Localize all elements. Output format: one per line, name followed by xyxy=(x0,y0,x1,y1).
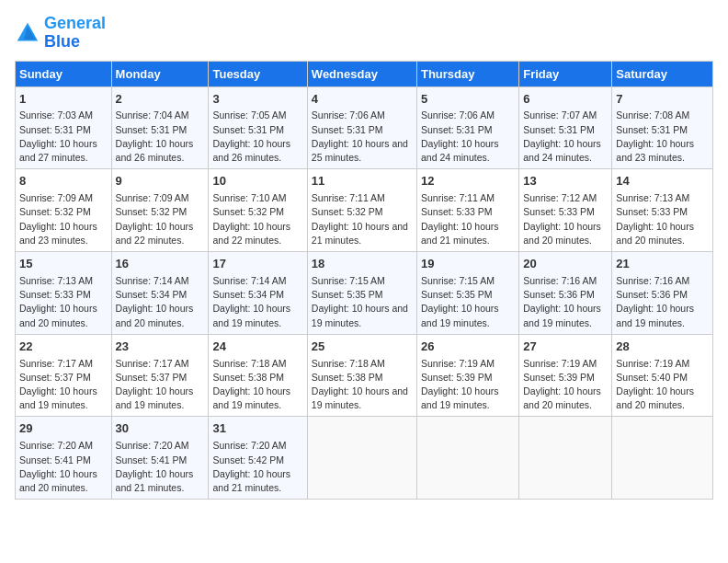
day-number: 30 xyxy=(116,420,205,438)
calendar-cell: 12Sunrise: 7:11 AMSunset: 5:33 PMDayligh… xyxy=(416,169,518,252)
calendar-cell: 14Sunrise: 7:13 AMSunset: 5:33 PMDayligh… xyxy=(612,169,713,252)
sunrise: Sunrise: 7:19 AM xyxy=(421,358,495,369)
calendar-cell xyxy=(307,417,416,500)
sunset: Sunset: 5:35 PM xyxy=(312,289,383,300)
daylight: Daylight: 10 hours and 19 minutes. xyxy=(116,385,194,410)
calendar-cell xyxy=(519,417,612,500)
sunset: Sunset: 5:31 PM xyxy=(312,124,383,135)
sunrise: Sunrise: 7:19 AM xyxy=(523,358,597,369)
sunrise: Sunrise: 7:06 AM xyxy=(312,109,385,121)
calendar-cell: 24Sunrise: 7:18 AMSunset: 5:38 PMDayligh… xyxy=(209,334,307,417)
daylight: Daylight: 10 hours and 22 minutes. xyxy=(212,221,290,246)
sunrise: Sunrise: 7:17 AM xyxy=(19,358,93,369)
sunrise: Sunrise: 7:14 AM xyxy=(116,275,189,286)
sunset: Sunset: 5:42 PM xyxy=(212,454,284,465)
sunrise: Sunrise: 7:05 AM xyxy=(212,109,286,121)
sunrise: Sunrise: 7:07 AM xyxy=(523,109,597,121)
week-row-1: 1Sunrise: 7:03 AMSunset: 5:31 PMDaylight… xyxy=(16,86,713,169)
calendar-cell: 21Sunrise: 7:16 AMSunset: 5:36 PMDayligh… xyxy=(612,252,713,335)
sunrise: Sunrise: 7:12 AM xyxy=(523,192,597,203)
sunset: Sunset: 5:34 PM xyxy=(116,289,188,300)
daylight: Daylight: 10 hours and 19 minutes. xyxy=(312,385,408,410)
day-number: 21 xyxy=(616,256,709,273)
daylight: Daylight: 10 hours and 20 minutes. xyxy=(116,303,194,327)
daylight: Daylight: 10 hours and 26 minutes. xyxy=(116,138,194,163)
sunset: Sunset: 5:31 PM xyxy=(523,124,595,135)
calendar-cell: 1Sunrise: 7:03 AMSunset: 5:31 PMDaylight… xyxy=(16,86,112,169)
column-header-saturday: Saturday xyxy=(612,61,713,86)
daylight: Daylight: 10 hours and 20 minutes. xyxy=(523,385,601,410)
sunrise: Sunrise: 7:14 AM xyxy=(212,275,286,286)
week-row-3: 15Sunrise: 7:13 AMSunset: 5:33 PMDayligh… xyxy=(16,252,713,335)
sunset: Sunset: 5:32 PM xyxy=(312,206,383,217)
calendar-cell: 9Sunrise: 7:09 AMSunset: 5:32 PMDaylight… xyxy=(111,169,209,252)
day-number: 16 xyxy=(116,256,205,273)
day-number: 7 xyxy=(616,91,709,109)
sunset: Sunset: 5:33 PM xyxy=(523,206,595,217)
sunrise: Sunrise: 7:11 AM xyxy=(312,192,385,203)
daylight: Daylight: 10 hours and 23 minutes. xyxy=(19,221,97,246)
daylight: Daylight: 10 hours and 27 minutes. xyxy=(19,138,97,163)
daylight: Daylight: 10 hours and 22 minutes. xyxy=(116,221,194,246)
calendar-cell: 7Sunrise: 7:08 AMSunset: 5:31 PMDaylight… xyxy=(612,86,713,169)
day-number: 27 xyxy=(523,339,608,356)
day-number: 18 xyxy=(312,256,413,273)
daylight: Daylight: 10 hours and 26 minutes. xyxy=(212,138,290,163)
sunrise: Sunrise: 7:06 AM xyxy=(421,109,495,121)
sunset: Sunset: 5:38 PM xyxy=(312,372,383,383)
column-header-wednesday: Wednesday xyxy=(307,61,416,86)
sunrise: Sunrise: 7:13 AM xyxy=(19,275,93,286)
page-header: General Blue xyxy=(15,15,713,52)
sunset: Sunset: 5:36 PM xyxy=(523,289,595,300)
sunset: Sunset: 5:34 PM xyxy=(212,289,284,300)
sunset: Sunset: 5:35 PM xyxy=(421,289,493,300)
sunrise: Sunrise: 7:16 AM xyxy=(616,275,689,286)
day-number: 9 xyxy=(116,173,205,190)
daylight: Daylight: 10 hours and 24 minutes. xyxy=(523,138,601,163)
calendar-cell xyxy=(416,417,518,500)
sunset: Sunset: 5:36 PM xyxy=(616,289,688,300)
calendar-cell: 28Sunrise: 7:19 AMSunset: 5:40 PMDayligh… xyxy=(612,334,713,417)
logo-text: General Blue xyxy=(44,15,106,52)
sunset: Sunset: 5:32 PM xyxy=(116,206,188,217)
column-header-sunday: Sunday xyxy=(16,61,112,86)
day-number: 22 xyxy=(19,339,108,356)
calendar-cell: 4Sunrise: 7:06 AMSunset: 5:31 PMDaylight… xyxy=(307,86,416,169)
day-number: 2 xyxy=(116,91,205,109)
calendar-table: SundayMondayTuesdayWednesdayThursdayFrid… xyxy=(15,61,713,500)
sunset: Sunset: 5:31 PM xyxy=(19,124,91,135)
calendar-cell: 31Sunrise: 7:20 AMSunset: 5:42 PMDayligh… xyxy=(209,417,307,500)
day-number: 4 xyxy=(312,91,413,109)
sunset: Sunset: 5:40 PM xyxy=(616,372,688,383)
calendar-cell: 23Sunrise: 7:17 AMSunset: 5:37 PMDayligh… xyxy=(111,334,209,417)
calendar-cell: 26Sunrise: 7:19 AMSunset: 5:39 PMDayligh… xyxy=(416,334,518,417)
day-number: 26 xyxy=(421,339,515,356)
daylight: Daylight: 10 hours and 19 minutes. xyxy=(312,303,408,327)
daylight: Daylight: 10 hours and 19 minutes. xyxy=(616,303,694,327)
calendar-cell: 15Sunrise: 7:13 AMSunset: 5:33 PMDayligh… xyxy=(16,252,112,335)
sunrise: Sunrise: 7:10 AM xyxy=(212,192,286,203)
day-number: 13 xyxy=(523,173,608,190)
sunrise: Sunrise: 7:17 AM xyxy=(116,358,189,369)
sunrise: Sunrise: 7:03 AM xyxy=(19,109,93,121)
week-row-2: 8Sunrise: 7:09 AMSunset: 5:32 PMDaylight… xyxy=(16,169,713,252)
calendar-cell: 5Sunrise: 7:06 AMSunset: 5:31 PMDaylight… xyxy=(416,86,518,169)
sunset: Sunset: 5:31 PM xyxy=(212,124,284,135)
calendar-cell: 17Sunrise: 7:14 AMSunset: 5:34 PMDayligh… xyxy=(209,252,307,335)
calendar-cell: 2Sunrise: 7:04 AMSunset: 5:31 PMDaylight… xyxy=(111,86,209,169)
day-number: 8 xyxy=(19,173,108,190)
sunrise: Sunrise: 7:18 AM xyxy=(312,358,385,369)
day-number: 23 xyxy=(116,339,205,356)
daylight: Daylight: 10 hours and 21 minutes. xyxy=(116,468,194,493)
calendar-cell: 3Sunrise: 7:05 AMSunset: 5:31 PMDaylight… xyxy=(209,86,307,169)
daylight: Daylight: 10 hours and 20 minutes. xyxy=(19,303,97,327)
sunset: Sunset: 5:41 PM xyxy=(19,454,91,465)
week-row-5: 29Sunrise: 7:20 AMSunset: 5:41 PMDayligh… xyxy=(16,417,713,500)
calendar-cell: 27Sunrise: 7:19 AMSunset: 5:39 PMDayligh… xyxy=(519,334,612,417)
calendar-cell: 16Sunrise: 7:14 AMSunset: 5:34 PMDayligh… xyxy=(111,252,209,335)
daylight: Daylight: 10 hours and 23 minutes. xyxy=(616,138,694,163)
week-row-4: 22Sunrise: 7:17 AMSunset: 5:37 PMDayligh… xyxy=(16,334,713,417)
sunset: Sunset: 5:33 PM xyxy=(19,289,91,300)
day-number: 10 xyxy=(212,173,302,190)
calendar-cell: 8Sunrise: 7:09 AMSunset: 5:32 PMDaylight… xyxy=(16,169,112,252)
